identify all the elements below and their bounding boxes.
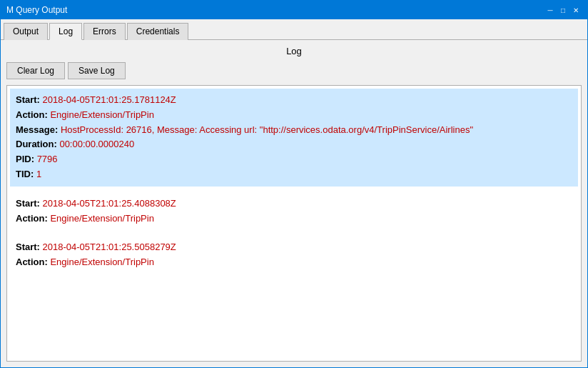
tab-log[interactable]: Log <box>49 23 82 40</box>
minimize-button[interactable]: ─ <box>544 4 556 16</box>
log-start-3: Start: 2018-04-05T21:01:25.5058279Z <box>16 240 572 255</box>
log-entry-2: Start: 2018-04-05T21:01:25.4088308Z Acti… <box>10 192 578 231</box>
clear-log-button[interactable]: Clear Log <box>6 62 65 79</box>
log-start-1: Start: 2018-04-05T21:01:25.1781124Z <box>16 93 572 108</box>
window-title: M Query Output <box>6 5 67 15</box>
save-log-button[interactable]: Save Log <box>68 62 126 79</box>
close-button[interactable]: ✕ <box>570 4 582 16</box>
log-entry-1: Start: 2018-04-05T21:01:25.1781124Z Acti… <box>10 89 578 187</box>
tab-output[interactable]: Output <box>4 23 48 40</box>
log-action-2: Action: Engine/Extension/TripPin <box>16 212 572 227</box>
tab-credentials[interactable]: Credentials <box>127 23 189 40</box>
title-bar: M Query Output ─ □ ✕ <box>1 1 587 19</box>
content-area: Log Clear Log Save Log Start: 2018-04-05… <box>1 40 587 367</box>
log-panel[interactable]: Start: 2018-04-05T21:01:25.1781124Z Acti… <box>6 85 582 362</box>
main-window: M Query Output ─ □ ✕ Output Log Errors C… <box>0 0 588 368</box>
log-pid-1: PID: 7796 <box>16 152 572 167</box>
log-start-2: Start: 2018-04-05T21:01:25.4088308Z <box>16 197 572 212</box>
tab-bar: Output Log Errors Credentials <box>1 19 587 40</box>
window-controls: ─ □ ✕ <box>544 4 582 16</box>
log-action-3: Action: Engine/Extension/TripPin <box>16 255 572 270</box>
maximize-button[interactable]: □ <box>557 4 569 16</box>
page-title: Log <box>6 46 582 56</box>
log-message-1: Message: HostProcessId: 26716, Message: … <box>16 123 572 138</box>
log-action-1: Action: Engine/Extension/TripPin <box>16 108 572 123</box>
log-entry-3: Start: 2018-04-05T21:01:25.5058279Z Acti… <box>10 236 578 274</box>
log-tid-1: TID: 1 <box>16 167 572 182</box>
toolbar: Clear Log Save Log <box>6 62 582 79</box>
log-duration-1: Duration: 00:00:00.0000240 <box>16 137 572 152</box>
tab-errors[interactable]: Errors <box>83 23 126 40</box>
